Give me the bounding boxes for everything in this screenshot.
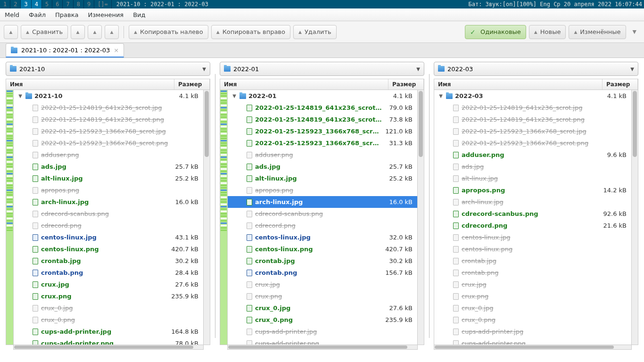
file-row[interactable]: crux.jpg 27.6 kB <box>14 279 203 290</box>
menu-файл[interactable]: Файл <box>24 8 50 21</box>
file-row[interactable]: centos-linux.jpg <box>434 231 631 243</box>
pane-separator[interactable] <box>427 61 431 351</box>
col-size[interactable]: Размер <box>174 79 210 90</box>
file-row[interactable]: apropos.png <box>14 184 203 196</box>
file-row[interactable]: cups-add-printer.png <box>228 337 417 345</box>
file-row[interactable]: 2022-01-25-124819_641x236_scrot.jpg <box>14 102 203 114</box>
tab-comparison[interactable]: 2021-10 : 2022-01 : 2022-03 × <box>6 43 124 58</box>
horizontal-scrollbar[interactable] <box>13 345 204 350</box>
file-row[interactable]: cups-add-printer.png 78.0 kB <box>14 337 203 345</box>
file-row[interactable]: cdrecord-scanbus.png 92.6 kB <box>434 208 631 220</box>
file-row[interactable]: centos-linux.jpg 32.0 kB <box>228 231 417 243</box>
menu-изменения[interactable]: Изменения <box>83 8 128 21</box>
workspace-5[interactable]: 5 <box>42 0 52 8</box>
file-row[interactable]: 2022-01-25-124819_641x236_scrot.png 73.8… <box>228 114 417 125</box>
file-row[interactable]: ads.jpg 25.7 kB <box>14 161 203 173</box>
file-row[interactable]: cdrecord.png <box>14 220 203 231</box>
file-row[interactable]: 2022-01-25-124819_641x236_scrot.jpg 79.0… <box>228 102 417 114</box>
workspace-4[interactable]: 4 <box>32 0 42 8</box>
file-row[interactable]: ads.jpg 25.7 kB <box>228 161 417 173</box>
file-row[interactable]: cups-add-printer.jpg <box>228 326 417 337</box>
vertical-scrollbar[interactable] <box>631 90 638 345</box>
nav-up-button[interactable]: ▲ <box>4 25 18 39</box>
file-row[interactable]: crontab.png <box>434 267 631 279</box>
compare-button[interactable]: ▲Сравнить <box>21 25 68 39</box>
file-row[interactable]: 2022-01-25-124819_641x236_scrot.jpg <box>434 102 631 114</box>
file-row[interactable]: crontab.jpg 30.2 kB <box>228 255 417 267</box>
workspace-2[interactable]: 2 <box>10 0 21 8</box>
file-row[interactable]: 2022-01-25-125923_1366x768_scrot.jpg 121… <box>228 125 417 137</box>
folder-row[interactable]: ▼ 2022-03 4.1 kB <box>434 90 631 102</box>
file-row[interactable]: alt-linux.jpg 25.2 kB <box>14 173 203 184</box>
workspace-7[interactable]: 7 <box>63 0 73 8</box>
file-row[interactable]: centos-linux.png 420.7 kB <box>14 243 203 255</box>
filter-modified-toggle[interactable]: ▲Изменённые <box>569 25 626 39</box>
file-row[interactable]: apropos.png <box>228 184 417 196</box>
file-row[interactable]: 2022-01-25-124819_641x236_scrot.png <box>14 114 203 125</box>
file-list[interactable]: ▼ 2022-01 4.1 kB 2022-01-25-124819_641x2… <box>228 90 417 345</box>
file-row[interactable]: crux_0.jpg 27.6 kB <box>228 302 417 314</box>
horizontal-scrollbar[interactable] <box>434 345 632 350</box>
workspace-3[interactable]: 3 <box>21 0 31 8</box>
file-row[interactable]: crux_0.png 235.9 kB <box>228 314 417 326</box>
file-row[interactable]: crux_0.png <box>14 314 203 326</box>
file-row[interactable]: 2022-01-25-125923_1366x768_scrot.png <box>434 137 631 149</box>
horizontal-scrollbar[interactable] <box>227 345 418 350</box>
toolbar-overflow-icon[interactable]: ▼ <box>629 29 640 35</box>
file-row[interactable]: crontab.jpg 30.2 kB <box>14 255 203 267</box>
file-row[interactable]: cups-add-printer.png <box>434 337 631 345</box>
folder-row[interactable]: ▼ 2022-01 4.1 kB <box>228 90 417 102</box>
file-row[interactable]: 2022-01-25-125923_1366x768_scrot.jpg <box>14 125 203 137</box>
file-row[interactable]: cdrecord-scanbus.png <box>228 208 417 220</box>
file-row[interactable]: apropos.png 14.2 kB <box>434 184 631 196</box>
nav-prev-button[interactable]: ▲ <box>71 25 85 39</box>
file-list[interactable]: ▼ 2021-10 4.1 kB 2022-01-25-124819_641x2… <box>14 90 203 345</box>
dir-picker[interactable]: 2021-10 ▼ <box>6 62 210 76</box>
file-row[interactable]: crontab.png 28.4 kB <box>14 267 203 279</box>
file-row[interactable]: 2022-01-25-124819_641x236_scrot.png <box>434 114 631 125</box>
nav-next-button[interactable]: ▲ <box>88 25 102 39</box>
copy-right-button[interactable]: ▲Копировать вправо <box>211 25 290 39</box>
workspace-8[interactable]: 8 <box>74 0 84 8</box>
file-row[interactable]: centos-linux.png 420.7 kB <box>228 243 417 255</box>
file-row[interactable]: crux.png 235.9 kB <box>14 290 203 302</box>
file-row[interactable]: crux_0.jpg <box>14 302 203 314</box>
file-row[interactable]: arch-linux.jpg 16.0 kB <box>14 196 203 208</box>
file-list[interactable]: ▼ 2022-03 4.1 kB 2022-01-25-124819_641x2… <box>434 90 631 345</box>
col-name[interactable]: Имя <box>220 79 388 90</box>
file-row[interactable]: 2022-01-25-125923_1366x768_scrot.jpg <box>434 125 631 137</box>
file-row[interactable]: adduser.png <box>14 149 203 161</box>
dir-picker[interactable]: 2022-01 ▼ <box>220 62 424 76</box>
file-row[interactable]: adduser.png <box>228 149 417 161</box>
file-row[interactable]: cdrecord.png 21.6 kB <box>434 220 631 231</box>
nav-last-button[interactable]: ▲ <box>105 25 119 39</box>
file-row[interactable]: alt-linux.jpg <box>434 173 631 184</box>
vertical-scrollbar[interactable] <box>203 90 210 345</box>
file-row[interactable]: 2022-01-25-125923_1366x768_scrot.png <box>14 137 203 149</box>
file-row[interactable]: cdrecord-scanbus.png <box>14 208 203 220</box>
workspace-6[interactable]: 6 <box>52 0 63 8</box>
file-row[interactable]: centos-linux.png <box>434 243 631 255</box>
workspace-[]=[interactable]: []= <box>94 0 112 8</box>
file-row[interactable]: centos-linux.jpg 43.1 kB <box>14 231 203 243</box>
copy-left-button[interactable]: ▲Копировать налево <box>129 25 208 39</box>
file-row[interactable]: ads.jpg <box>434 161 631 173</box>
diff-sidebar[interactable] <box>220 90 228 345</box>
filter-new-toggle[interactable]: ▲Новые <box>529 25 566 39</box>
col-name[interactable]: Имя <box>6 79 174 90</box>
col-name[interactable]: Имя <box>434 79 603 90</box>
col-size[interactable]: Размер <box>388 79 424 90</box>
file-row[interactable]: cups-add-printer.jpg 164.8 kB <box>14 326 203 337</box>
workspace-1[interactable]: 1 <box>0 0 10 8</box>
menu-правка[interactable]: Правка <box>50 8 83 21</box>
file-row[interactable]: cdrecord.png <box>228 220 417 231</box>
menu-meld[interactable]: Meld <box>0 8 24 21</box>
file-row[interactable]: crux.png <box>434 290 631 302</box>
workspace-9[interactable]: 9 <box>84 0 94 8</box>
menu-вид[interactable]: Вид <box>128 8 150 21</box>
file-row[interactable]: alt-linux.jpg 25.2 kB <box>228 173 417 184</box>
folder-row[interactable]: ▼ 2021-10 4.1 kB <box>14 90 203 102</box>
file-row[interactable]: crontab.jpg <box>434 255 631 267</box>
file-row[interactable]: arch-linux.jpg 16.0 kB <box>228 196 417 208</box>
file-row[interactable]: arch-linux.jpg <box>434 196 631 208</box>
